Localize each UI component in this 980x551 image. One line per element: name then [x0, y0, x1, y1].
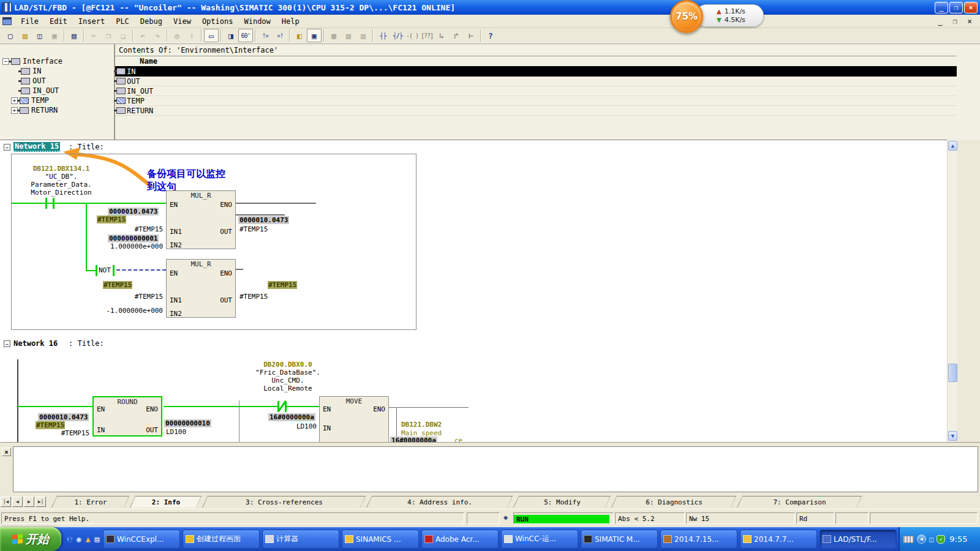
- mdi-restore-button[interactable]: ❐: [949, 17, 960, 26]
- symbol-representation-icon[interactable]: ◨: [224, 29, 238, 42]
- tray-chevron-icon[interactable]: ◀: [917, 534, 926, 544]
- paste-icon[interactable]: ❏: [116, 29, 130, 42]
- operand[interactable]: #TEMP15: [239, 225, 268, 233]
- operand[interactable]: LD100: [265, 422, 317, 430]
- contact-operand-labels[interactable]: DB121.DBX134.1 "UC_DB". Parameter_Data. …: [15, 165, 108, 197]
- netspeed-panel[interactable]: ▲1.1K/s ▼4.5K/s: [695, 4, 764, 27]
- operand[interactable]: #TEMP15: [102, 225, 163, 233]
- download-station-icon[interactable]: ◫: [32, 29, 47, 42]
- ie-icon[interactable]: ℮: [67, 534, 72, 544]
- monitor-glasses-icon[interactable]: 60': [238, 29, 253, 42]
- start-button[interactable]: 开始: [0, 527, 61, 551]
- table-row[interactable]: OUT: [115, 77, 957, 86]
- tab-scroll-prev-icon[interactable]: ◀: [12, 497, 23, 507]
- taskbar-item-lad-stl-fbd[interactable]: LAD/STL/F...: [820, 530, 897, 549]
- open-icon[interactable]: ▨: [18, 29, 32, 42]
- menu-insert[interactable]: Insert: [73, 15, 110, 28]
- network-status-icon[interactable]: ◫: [929, 535, 933, 544]
- tree-item-interface[interactable]: − Interface: [0, 56, 114, 66]
- table-row[interactable]: IN_OUT: [115, 86, 957, 96]
- keyboard-icon[interactable]: [903, 536, 914, 543]
- close-button[interactable]: ×: [964, 2, 978, 13]
- call-structure-icon[interactable]: ◎: [170, 29, 184, 42]
- vertical-scrollbar[interactable]: ▲ ▼: [947, 140, 957, 442]
- round-block[interactable]: ROUND EN ENO IN OUT: [92, 396, 162, 437]
- network15-header[interactable]: Network 15: [13, 142, 60, 152]
- operand[interactable]: #TEMP15: [28, 429, 89, 437]
- mdi-minimize-button[interactable]: _: [935, 17, 946, 26]
- taskbar-item-sinamics[interactable]: SINAMICS ...: [342, 530, 419, 549]
- restore-button[interactable]: ❐: [949, 2, 963, 13]
- close-branch-icon[interactable]: ↱: [449, 29, 464, 42]
- move-block[interactable]: MOVE EN ENO IN: [319, 396, 389, 442]
- winamp-icon[interactable]: ▲: [86, 534, 91, 544]
- tab-cross-references[interactable]: 3: Cross-references: [202, 496, 366, 508]
- previous-error-icon[interactable]: !«: [258, 29, 273, 42]
- tab-diagnostics[interactable]: 6: Diagnostics: [611, 496, 737, 508]
- operand[interactable]: 1.000000e+000: [89, 242, 163, 250]
- taskbar-item-wincc-explorer[interactable]: WinCCExpl...: [103, 530, 180, 549]
- print-icon[interactable]: ▤: [67, 29, 81, 42]
- network16-title[interactable]: : Title:: [69, 339, 104, 348]
- symbol-info-icon[interactable]: ▧: [341, 29, 356, 42]
- table-row[interactable]: RETURN: [115, 106, 957, 116]
- close-pane-icon[interactable]: ×: [2, 448, 11, 456]
- help-select-icon[interactable]: ?: [483, 29, 498, 42]
- security-shield-icon[interactable]: ✓: [937, 535, 945, 544]
- taskbar-item-wincc-runtime[interactable]: WinCC-运...: [501, 530, 578, 549]
- mul-r-block[interactable]: MUL_R EN ENO IN1 IN2 OUT: [166, 259, 236, 318]
- coil-icon[interactable]: -( ): [405, 29, 420, 42]
- scroll-down-icon[interactable]: ▼: [948, 431, 957, 441]
- tab-modify[interactable]: 5: Modify: [513, 496, 611, 508]
- scrollbar-thumb[interactable]: [948, 364, 957, 382]
- split-window-icon[interactable]: ◧: [292, 29, 307, 42]
- menu-plc[interactable]: PLC: [110, 15, 135, 28]
- tab-scroll-next-icon[interactable]: ▶: [24, 497, 34, 507]
- no-contact[interactable]: [53, 198, 55, 209]
- mul-r-block[interactable]: MUL_R EN ENO IN1 IN2 OUT: [166, 190, 236, 249]
- tab-info[interactable]: 2: Info: [130, 496, 202, 508]
- tab-comparison[interactable]: 7: Comparison: [737, 496, 862, 508]
- network16-collapse-icon[interactable]: −: [4, 340, 10, 347]
- operand[interactable]: -1.000000e+000: [89, 307, 163, 315]
- taskbar-item-simatic-manager[interactable]: SIMATIC M...: [581, 530, 658, 549]
- scroll-up-icon[interactable]: ▲: [948, 141, 957, 151]
- symbol-info-icon[interactable]: ▥: [356, 29, 371, 42]
- empty-box-icon[interactable]: [??]: [420, 29, 434, 42]
- memory-percent-ball[interactable]: 75%: [670, 0, 703, 33]
- not-contact[interactable]: [96, 265, 97, 276]
- operand[interactable]: LD100: [166, 428, 186, 436]
- symbol-info-icon[interactable]: ▦: [326, 29, 341, 42]
- menu-debug[interactable]: Debug: [135, 15, 168, 28]
- taskbar-item-adobe[interactable]: Adobe Acr...: [421, 530, 499, 549]
- menu-edit[interactable]: Edit: [44, 15, 73, 28]
- tab-scroll-last-icon[interactable]: ▶|: [36, 497, 46, 507]
- download-icon[interactable]: ⇩: [184, 29, 199, 42]
- menu-options[interactable]: Options: [197, 15, 239, 28]
- table-row[interactable]: TEMP: [115, 96, 957, 106]
- menu-view[interactable]: View: [168, 15, 197, 28]
- contact-operand-labels[interactable]: DB200.DBX0.0 "Fric_DataBase". Unc_CMD. L…: [242, 361, 334, 392]
- new-icon[interactable]: ▢: [3, 29, 18, 42]
- operand[interactable]: #TEMP15: [239, 293, 268, 301]
- menu-file[interactable]: File: [15, 15, 44, 28]
- undo-icon[interactable]: ↶: [135, 29, 150, 42]
- tree-item-return[interactable]: + RETURN: [0, 105, 114, 115]
- menu-help[interactable]: Help: [276, 15, 305, 28]
- copy-icon[interactable]: ❐: [101, 29, 116, 42]
- notes-icon[interactable]: ▤: [94, 534, 99, 544]
- taskbar-item-process-picture[interactable]: 创建过程画面: [183, 530, 260, 549]
- tab-address-info[interactable]: 4: Address info.: [366, 496, 513, 508]
- explorer-icon[interactable]: ◉: [77, 534, 81, 544]
- contact-no-icon[interactable]: ┤├: [375, 29, 390, 42]
- no-contact[interactable]: [45, 198, 47, 209]
- tree-item-out[interactable]: OUT: [0, 76, 114, 86]
- menu-window[interactable]: Window: [238, 15, 276, 28]
- next-error-icon[interactable]: »!: [273, 29, 287, 42]
- save-icon[interactable]: ▣: [47, 29, 62, 42]
- mdi-document-icon[interactable]: [2, 17, 12, 25]
- contact-nc-icon[interactable]: ┤/├: [390, 29, 405, 42]
- tree-item-in-out[interactable]: IN_OUT: [0, 86, 114, 96]
- redo-icon[interactable]: ↷: [150, 29, 165, 42]
- minimize-button[interactable]: _: [935, 2, 948, 13]
